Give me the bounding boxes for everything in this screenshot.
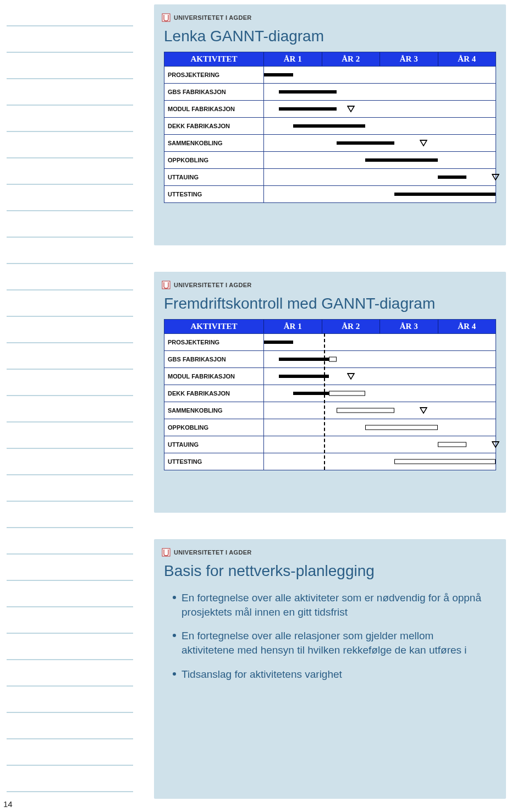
gantt-bar <box>279 358 329 361</box>
brand-logo: UNIVERSITETET I AGDER <box>162 13 498 22</box>
gantt-row-label: PROSJEKTERING <box>164 67 264 83</box>
gantt-header-year: ÅR 1 <box>264 52 322 66</box>
svg-marker-2 <box>420 140 427 146</box>
brand-logo: UNIVERSITETET I AGDER <box>162 548 498 557</box>
milestone-icon <box>348 106 354 112</box>
gantt-row: UTTAUING <box>164 168 496 185</box>
svg-marker-5 <box>348 374 354 379</box>
gantt-header-year: ÅR 4 <box>438 320 496 333</box>
gantt-bar <box>438 442 467 447</box>
slide-panel-1: UNIVERSITETET I AGDER Lenka GANNT-diagra… <box>154 4 506 245</box>
gantt-row-label: UTTESTING <box>164 453 264 470</box>
gantt-track <box>264 152 496 168</box>
gantt-row-label: GBS FABRIKASJON <box>164 351 264 367</box>
gantt-header-year: ÅR 3 <box>380 320 438 333</box>
gantt-row-label: PROSJEKTERING <box>164 334 264 350</box>
slide-panel-3: UNIVERSITETET I AGDER Basis for nettverk… <box>154 539 506 799</box>
gantt-row-label: SAMMENKOBLING <box>164 135 264 151</box>
gantt-track <box>264 135 496 151</box>
university-logo-icon <box>162 13 170 22</box>
gantt-bar <box>365 158 437 162</box>
milestone-icon <box>492 174 499 180</box>
gantt-bar <box>337 408 394 413</box>
brand-text: UNIVERSITETET I AGDER <box>174 549 252 556</box>
gantt-track <box>264 67 496 83</box>
milestone-icon <box>348 374 354 379</box>
gantt-row-label: SAMMENKOBLING <box>164 402 264 419</box>
milestone-icon <box>420 408 427 413</box>
gantt-track <box>264 385 496 402</box>
gantt-row: UTTESTING <box>164 185 496 202</box>
gantt-header-activity: AKTIVITET <box>164 52 264 66</box>
gantt-bar <box>329 357 337 362</box>
gantt-row-label: UTTAUING <box>164 436 264 453</box>
gantt-bar <box>337 141 394 145</box>
bullet-text: Tidsanslag for aktivitetens varighet <box>182 667 342 682</box>
gantt-bar <box>279 90 337 94</box>
gantt-track <box>264 453 496 470</box>
svg-marker-6 <box>420 408 427 413</box>
gantt-row: OPPKOBLING <box>164 419 496 436</box>
gantt-row-label: DEKK FABRIKASJON <box>164 385 264 402</box>
gantt-header-activity: AKTIVITET <box>164 320 264 333</box>
gantt-track <box>264 118 496 134</box>
gantt-bar <box>394 193 496 196</box>
gantt-track <box>264 186 496 202</box>
svg-rect-4 <box>162 281 170 289</box>
gantt-header-year: ÅR 2 <box>322 320 381 333</box>
gantt-row-label: OPPKOBLING <box>164 419 264 436</box>
gantt-row: UTTAUING <box>164 436 496 453</box>
gantt-track <box>264 84 496 100</box>
gantt-track <box>264 436 496 453</box>
bullet-text: En fortegnelse over alle aktiviteter som… <box>182 591 487 619</box>
gantt-row-label: MODUL FABRIKASJON <box>164 101 264 117</box>
gantt-chart-2: AKTIVITET ÅR 1 ÅR 2 ÅR 3 ÅR 4 PROSJEKTER… <box>164 319 496 470</box>
slide-title-3: Basis for nettverks-planlegging <box>164 562 498 580</box>
gantt-bar <box>394 459 496 464</box>
bullet-icon <box>173 672 176 676</box>
gantt-row: UTTESTING <box>164 453 496 470</box>
gantt-bar <box>438 175 467 179</box>
slide-title-2: Fremdriftskontroll med GANNT-diagram <box>164 295 498 312</box>
gantt-header-year: ÅR 1 <box>264 320 322 333</box>
gantt-bar <box>329 391 366 396</box>
gantt-track <box>264 101 496 117</box>
gantt-row: DEKK FABRIKASJON <box>164 117 496 134</box>
gantt-bar <box>293 124 366 128</box>
gantt-bar <box>264 73 293 76</box>
gantt-track <box>264 351 496 367</box>
gantt-track <box>264 334 496 350</box>
bullet-item: Tidsanslag for aktivitetens varighet <box>173 667 487 682</box>
milestone-icon <box>420 140 427 146</box>
university-logo-icon <box>162 548 170 557</box>
bullet-item: En fortegnelse over alle relasjoner som … <box>173 629 487 657</box>
gantt-row: GBS FABRIKASJON <box>164 83 496 100</box>
gantt-row-label: OPPKOBLING <box>164 152 264 168</box>
gantt-bar <box>279 107 337 111</box>
gantt-header: AKTIVITET ÅR 1 ÅR 2 ÅR 3 ÅR 4 <box>164 52 496 66</box>
gantt-row: SAMMENKOBLING <box>164 402 496 419</box>
notebook-rules <box>7 0 133 812</box>
svg-rect-0 <box>162 14 170 21</box>
gantt-bar <box>264 341 293 344</box>
brand-text: UNIVERSITETET I AGDER <box>174 282 252 288</box>
gantt-track <box>264 419 496 436</box>
svg-marker-1 <box>348 106 354 112</box>
bullet-icon <box>173 634 176 637</box>
gantt-row: SAMMENKOBLING <box>164 134 496 151</box>
brand-text: UNIVERSITETET I AGDER <box>174 14 252 21</box>
gantt-row-label: UTTAUING <box>164 169 264 185</box>
milestone-icon <box>492 442 499 447</box>
gantt-track <box>264 368 496 385</box>
university-logo-icon <box>162 281 170 289</box>
gantt-row: MODUL FABRIKASJON <box>164 100 496 117</box>
gantt-header-year: ÅR 2 <box>322 52 381 66</box>
gantt-row-label: UTTESTING <box>164 186 264 202</box>
gantt-chart-1: AKTIVITET ÅR 1 ÅR 2 ÅR 3 ÅR 4 PROSJEKTER… <box>164 52 496 203</box>
gantt-row: PROSJEKTERING <box>164 333 496 350</box>
gantt-row: GBS FABRIKASJON <box>164 350 496 367</box>
svg-rect-8 <box>162 548 170 556</box>
slide-title-1: Lenka GANNT-diagram <box>164 28 498 45</box>
gantt-row-label: GBS FABRIKASJON <box>164 84 264 100</box>
gantt-row: MODUL FABRIKASJON <box>164 367 496 385</box>
